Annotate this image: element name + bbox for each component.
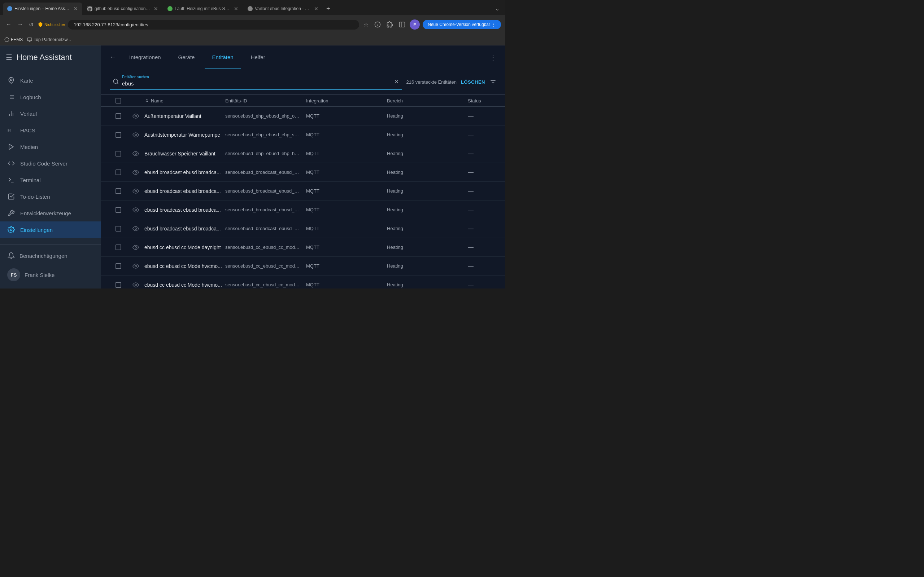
bookmarks-bar: FEMS Top-Partnernetzw... [0,34,505,45]
row-name-9: ebusd cc ebusd cc Mode hwcmo... [144,282,225,288]
tab-geraete[interactable]: Geräte [171,51,202,63]
row-integration-4: MQTT [306,188,387,193]
row-checkbox-cell [110,263,127,269]
sidebar-item-settings[interactable]: Einstellungen [0,221,101,238]
sidebar-label-verlauf: Verlauf [20,111,37,117]
tab-close-3[interactable]: ✕ [234,6,238,11]
sidebar-header: ☰ Home Assistant [0,45,101,69]
row-eye-icon-7[interactable] [127,244,144,251]
tab-integrationen[interactable]: Integrationen [122,51,168,63]
row-status-6: — [468,226,497,232]
table-row[interactable]: ebusd cc ebusd cc Mode hwcmo... sensor.e… [101,276,505,288]
table-row[interactable]: ebusd broadcast ebusd broadcа... sensor.… [101,200,505,219]
sidebar-item-hacs[interactable]: H HACS [0,122,101,139]
row-eye-icon-1[interactable] [127,132,144,138]
row-eye-icon-9[interactable] [127,282,144,288]
sidebar-item-medien[interactable]: Medien [0,139,101,155]
sidebar-hamburger-button[interactable]: ☰ [6,53,12,62]
row-checkbox-8[interactable] [115,263,121,269]
new-tab-button[interactable]: + [323,3,333,14]
tab-close-4[interactable]: ✕ [314,6,318,11]
header-more-button[interactable]: ⋮ [489,53,497,62]
entities-table: Name Entitäts-ID Integration Bereich Sta… [101,95,505,288]
row-checkbox-1[interactable] [115,132,121,138]
sidebar-item-terminal[interactable]: Terminal [0,172,101,188]
row-eye-icon-2[interactable] [127,150,144,157]
tab-overflow-button[interactable]: ⌄ [492,4,502,13]
tab-2[interactable]: github ebusd-configuration/ebusd-2... ✕ [83,3,162,15]
reload-button[interactable]: ↺ [27,20,35,29]
filter-button[interactable] [489,78,497,85]
row-entity-id-2: sensor.ebusd_ehp_ebusd_ehp_hwcte... [225,151,306,156]
row-status-1: — [468,132,497,138]
table-row[interactable]: Außentemperatur Vaillant sensor.ebusd_eh… [101,107,505,126]
tab-close-2[interactable]: ✕ [154,6,158,11]
search-icon [113,78,119,85]
search-input[interactable] [122,79,230,88]
sidebar-item-karte[interactable]: Karte [0,72,101,89]
row-eye-icon-8[interactable] [127,263,144,269]
row-checkbox-7[interactable] [115,245,121,250]
row-checkbox-9[interactable] [115,282,121,288]
table-row[interactable]: ebusd broadcast ebusd broadcа... sensor.… [101,219,505,238]
sidebar-item-logbuch[interactable]: Logbuch [0,89,101,105]
table-row[interactable]: ebusd cc ebusd cc Mode daynight sensor.e… [101,238,505,257]
tab-4[interactable]: Vaillant ebus Integration - Sm... ✕ [243,3,323,15]
row-area-3: Heating [387,169,468,175]
sidebar-item-studio[interactable]: Studio Code Server [0,155,101,172]
select-all-checkbox[interactable] [115,98,121,103]
tab-1[interactable]: Einstellungen – Home Assist... ✕ [3,3,82,15]
row-checkbox-cell [110,282,127,288]
row-entity-id-3: sensor.ebusd_broadcast_ebusd_broa... [225,169,306,175]
extensions-puzzle-button[interactable] [385,20,394,29]
row-checkbox-3[interactable] [115,169,121,175]
row-name-5: ebusd broadcast ebusd broadcа... [144,207,225,213]
row-checkbox-5[interactable] [115,207,121,213]
table-row[interactable]: ebusd broadcast ebusd broadcа... sensor.… [101,182,505,200]
row-checkbox-4[interactable] [115,188,121,194]
extension-button[interactable]: e [373,20,382,29]
search-clear-button[interactable]: ✕ [394,78,399,85]
sidebar-item-dev[interactable]: Entwicklerwerkzeuge [0,205,101,221]
tab-favicon-3 [168,6,173,11]
todo-icon [7,193,15,200]
row-eye-icon-3[interactable] [127,169,144,176]
sidebar-item-todo[interactable]: To-do-Listen [0,188,101,205]
bookmark-partner[interactable]: Top-Partnernetzw... [27,37,71,42]
svg-point-34 [135,246,137,248]
back-button[interactable]: ← [4,20,13,29]
sidebar-item-verlauf[interactable]: Verlauf [0,105,101,122]
row-eye-icon-5[interactable] [127,206,144,213]
table-row[interactable]: ebusd broadcast ebusd broadcа... sensor.… [101,163,505,182]
table-row[interactable]: Austrittstemperatur Wärmepumpe sensor.eb… [101,126,505,144]
table-row[interactable]: Brauchwasser Speicher Vaillant sensor.eb… [101,144,505,163]
sidebar-notifications[interactable]: Benachrichtigungen [6,249,95,263]
row-checkbox-6[interactable] [115,226,121,232]
tab-3[interactable]: Läuft: Heizung mit eBus-Sch... ✕ [163,3,242,15]
profile-button[interactable]: F [410,19,420,29]
tab-entitaeten[interactable]: Entitäten [205,51,241,63]
delete-button[interactable]: LÖSCHEN [461,79,485,85]
row-checkbox-2[interactable] [115,151,121,156]
new-chrome-button[interactable]: Neue Chrome-Version verfügbar ⋮ [423,20,501,29]
row-checkbox-0[interactable] [115,113,121,119]
tab-helfer[interactable]: Helfer [244,51,273,63]
sidebar-toggle-button[interactable] [397,20,407,29]
tab-close-1[interactable]: ✕ [74,6,78,11]
sidebar-user[interactable]: FS Frank Sielke [6,266,95,284]
url-input[interactable] [68,20,359,29]
forward-button[interactable]: → [16,20,24,29]
table-row[interactable]: ebusd cc ebusd cc Mode hwcmo... sensor.e… [101,257,505,276]
header-name[interactable]: Name [144,98,225,103]
table-body: Außentemperatur Vaillant sensor.ebusd_eh… [101,107,505,288]
row-name-4: ebusd broadcast ebusd broadcа... [144,188,225,194]
back-nav-button[interactable]: ← [110,53,116,61]
row-eye-icon-0[interactable] [127,113,144,119]
code-icon [7,160,15,167]
row-eye-icon-4[interactable] [127,188,144,194]
bookmark-button[interactable]: ☆ [362,20,370,29]
wrench-icon [7,209,15,217]
bookmark-fems[interactable]: FEMS [4,37,23,42]
svg-line-23 [117,83,118,84]
row-eye-icon-6[interactable] [127,226,144,232]
